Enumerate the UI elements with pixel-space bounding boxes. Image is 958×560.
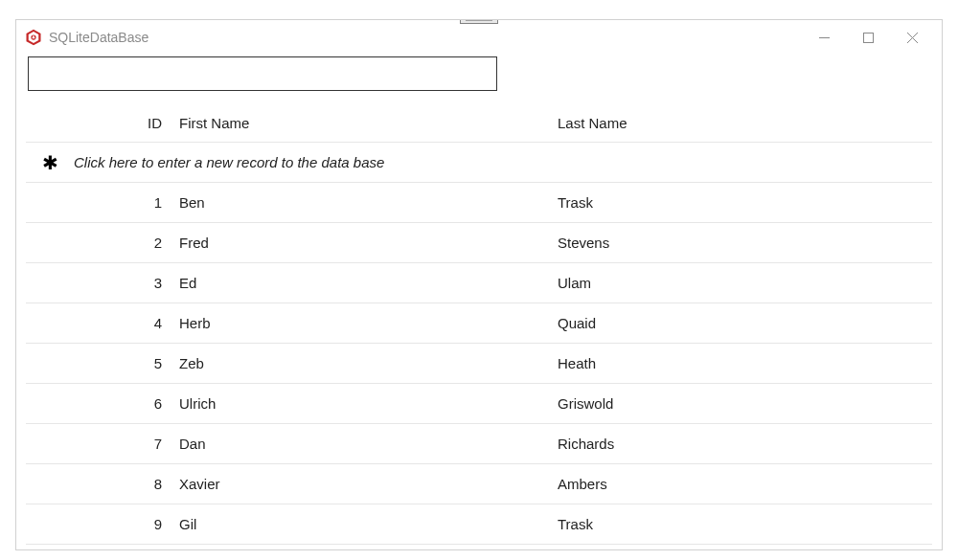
header-last-name[interactable]: Last Name [558, 115, 932, 131]
data-grid: ID First Name Last Name ✱ Click here to … [26, 104, 932, 545]
new-record-row[interactable]: ✱ Click here to enter a new record to th… [26, 143, 932, 183]
cell-first-name[interactable]: Ulrich [179, 395, 558, 412]
asterisk-icon: ✱ [26, 151, 74, 174]
new-record-label: Click here to enter a new record to the … [74, 154, 384, 170]
cell-last-name[interactable]: Richards [558, 436, 932, 452]
cell-first-name[interactable]: Xavier [179, 476, 558, 492]
cell-id[interactable]: 7 [74, 436, 179, 452]
app-icon [24, 28, 43, 47]
cell-first-name[interactable]: Ed [179, 275, 558, 291]
table-row[interactable]: 8XavierAmbers [26, 464, 932, 504]
maximize-button[interactable] [846, 23, 890, 52]
minimize-button[interactable] [802, 23, 846, 52]
titlebar: SQLiteDataBase [16, 20, 942, 55]
cell-first-name[interactable]: Fred [179, 235, 558, 251]
table-row[interactable]: 5ZebHeath [26, 344, 932, 384]
table-row[interactable]: 7DanRichards [26, 424, 932, 464]
cell-id[interactable]: 6 [74, 395, 179, 412]
table-row[interactable]: 1BenTrask [26, 183, 932, 223]
cell-last-name[interactable]: Stevens [558, 235, 932, 251]
cell-last-name[interactable]: Quaid [558, 315, 932, 331]
cell-first-name[interactable]: Herb [179, 315, 558, 331]
cell-id[interactable]: 2 [74, 235, 179, 251]
grid-header: ID First Name Last Name [26, 104, 932, 143]
cell-last-name[interactable]: Ulam [558, 275, 932, 291]
table-row[interactable]: 3EdUlam [26, 263, 932, 303]
cell-last-name[interactable]: Trask [558, 194, 932, 211]
header-first-name[interactable]: First Name [179, 115, 558, 131]
window-grip[interactable] [460, 19, 498, 24]
header-id[interactable]: ID [74, 115, 179, 131]
table-row[interactable]: 2FredStevens [26, 223, 932, 263]
cell-last-name[interactable]: Ambers [558, 476, 932, 492]
cell-last-name[interactable]: Griswold [558, 395, 932, 412]
cell-id[interactable]: 8 [74, 476, 179, 492]
cell-last-name[interactable]: Heath [558, 355, 932, 371]
table-row[interactable]: 6UlrichGriswold [26, 384, 932, 424]
cell-id[interactable]: 4 [74, 315, 179, 331]
cell-last-name[interactable]: Trask [558, 516, 932, 532]
cell-id[interactable]: 3 [74, 275, 179, 291]
app-window: SQLiteDataBase ID First Name Last Name ✱ [15, 19, 943, 550]
window-controls [802, 23, 934, 52]
search-input[interactable] [28, 56, 497, 91]
cell-id[interactable]: 5 [74, 355, 179, 371]
table-row[interactable]: 4HerbQuaid [26, 303, 932, 344]
cell-id[interactable]: 9 [74, 516, 179, 532]
cell-id[interactable]: 1 [74, 194, 179, 211]
close-button[interactable] [890, 23, 934, 52]
app-title: SQLiteDataBase [49, 30, 802, 45]
svg-rect-4 [863, 33, 873, 42]
cell-first-name[interactable]: Gil [179, 516, 558, 532]
cell-first-name[interactable]: Ben [179, 194, 558, 211]
cell-first-name[interactable]: Zeb [179, 355, 558, 371]
content-area: ID First Name Last Name ✱ Click here to … [16, 55, 942, 545]
cell-first-name[interactable]: Dan [179, 436, 558, 452]
table-row[interactable]: 9GilTrask [26, 504, 932, 545]
